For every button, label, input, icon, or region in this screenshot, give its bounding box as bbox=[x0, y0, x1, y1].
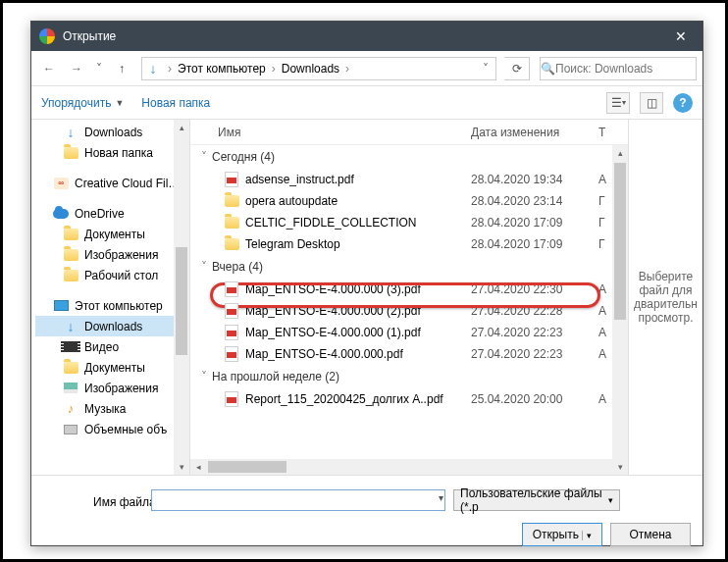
chrome-icon bbox=[39, 28, 55, 44]
column-headers[interactable]: Имя Дата изменения Т bbox=[190, 120, 628, 145]
tree-images[interactable]: Изображения bbox=[35, 378, 189, 398]
pdf-icon bbox=[225, 346, 238, 362]
folder-icon bbox=[63, 227, 78, 242]
breadcrumb-folder[interactable]: Downloads bbox=[280, 62, 341, 76]
close-button[interactable]: ✕ bbox=[658, 22, 702, 51]
downloads-icon: ↓ bbox=[63, 319, 78, 334]
tree-video[interactable]: Видео bbox=[35, 336, 189, 357]
search-input[interactable] bbox=[555, 62, 702, 76]
forward-button[interactable]: → bbox=[65, 57, 88, 80]
up-button[interactable]: ↑ bbox=[110, 57, 133, 80]
tree-scrollbar[interactable]: ▴▾ bbox=[174, 120, 189, 475]
group-header[interactable]: ˅На прошлой неделе (2) bbox=[196, 365, 628, 388]
filelist-v-scrollbar[interactable]: ▴▾ bbox=[612, 145, 628, 475]
file-row[interactable]: opera autoupdate28.04.2020 23:14Г bbox=[196, 190, 628, 212]
tree-music[interactable]: ♪Музыка bbox=[35, 398, 189, 419]
view-details-button[interactable]: ☰▾ bbox=[606, 92, 630, 114]
toolbar: Упорядочить▼ Новая папка ☰▾ ◫ ? bbox=[31, 86, 702, 120]
file-list: Имя Дата изменения Т ˅Сегодня (4)adsense… bbox=[190, 120, 628, 475]
video-icon bbox=[63, 339, 78, 355]
col-date[interactable]: Дата изменения bbox=[471, 126, 598, 139]
search-box[interactable]: 🔍 bbox=[540, 57, 697, 80]
folder-icon bbox=[225, 195, 239, 207]
music-icon: ♪ bbox=[63, 401, 78, 417]
chevron-right-icon: › bbox=[164, 62, 176, 76]
organize-button[interactable]: Упорядочить▼ bbox=[41, 96, 124, 110]
tree-documents[interactable]: Документы bbox=[35, 357, 189, 378]
downloads-icon: ↓ bbox=[63, 125, 78, 140]
breadcrumb-pc[interactable]: Этот компьютер bbox=[176, 62, 268, 76]
file-row[interactable]: Map_ENTSO-E-4.000.000.pdf27.04.2020 22:2… bbox=[196, 343, 628, 365]
tree-new-folder[interactable]: Новая папка bbox=[35, 142, 189, 163]
cancel-button[interactable]: Отмена bbox=[610, 523, 691, 546]
tree-3d-objects[interactable]: Объемные объ bbox=[35, 419, 189, 439]
tree-od-images[interactable]: Изображения bbox=[35, 244, 189, 265]
tree-downloads[interactable]: ↓Downloads bbox=[35, 316, 189, 336]
tree-onedrive[interactable]: OneDrive bbox=[35, 203, 189, 224]
pdf-icon bbox=[225, 172, 238, 187]
group-header[interactable]: ˅Вчера (4) bbox=[196, 255, 628, 279]
help-button[interactable]: ? bbox=[673, 93, 693, 113]
chevron-down-icon: ˅ bbox=[196, 150, 212, 164]
footer: Имя файла: ▾ Пользовательские файлы (*.p… bbox=[31, 475, 702, 558]
pc-icon bbox=[53, 298, 69, 314]
preview-pane: Выберите файл для дварительн просмотр. bbox=[628, 120, 702, 475]
tree-downloads-quick[interactable]: ↓Downloads bbox=[35, 122, 189, 142]
filename-input[interactable] bbox=[151, 489, 445, 511]
chevron-down-icon: ˅ bbox=[196, 260, 212, 274]
chevron-down-icon: ˅ bbox=[196, 370, 212, 383]
disk-icon bbox=[63, 422, 78, 437]
titlebar: Открытие ✕ bbox=[31, 22, 702, 51]
file-row[interactable]: Report_115_20200425_долгих A..pdf25.04.2… bbox=[196, 388, 628, 410]
folder-icon bbox=[63, 145, 78, 161]
refresh-button[interactable]: ⟳ bbox=[504, 57, 530, 80]
navigation-tree: ↓Downloads Новая папка ∞Creative Cloud F… bbox=[31, 120, 190, 475]
images-icon bbox=[63, 381, 78, 396]
file-row[interactable]: Map_ENTSO-E-4.000.000 (3).pdf27.04.2020 … bbox=[196, 279, 628, 300]
open-button[interactable]: Открыть ▾ bbox=[522, 523, 602, 546]
search-icon: 🔍 bbox=[541, 62, 555, 76]
pdf-icon bbox=[225, 325, 238, 340]
filename-label: Имя файла: bbox=[90, 495, 159, 509]
new-folder-button[interactable]: Новая папка bbox=[141, 96, 210, 110]
tree-od-desktop[interactable]: Рабочий стол bbox=[35, 265, 189, 285]
folder-icon bbox=[63, 247, 78, 263]
breadcrumb-dropdown[interactable]: ˅ bbox=[476, 62, 495, 76]
filetype-dropdown[interactable]: Пользовательские файлы (*.p▾ bbox=[453, 489, 620, 511]
cc-icon: ∞ bbox=[53, 176, 69, 191]
tree-od-docs[interactable]: Документы bbox=[35, 224, 189, 244]
onedrive-icon bbox=[53, 206, 69, 222]
filelist-h-scrollbar[interactable]: ◂▸ bbox=[190, 459, 628, 475]
breadcrumb[interactable]: ↓ › Этот компьютер › Downloads › ˅ bbox=[141, 57, 496, 80]
file-row[interactable]: Map_ENTSO-E-4.000.000 (1).pdf27.04.2020 … bbox=[196, 322, 628, 343]
file-row[interactable]: CELTIC_FIDDLE_COLLECTION28.04.2020 17:09… bbox=[196, 212, 628, 233]
open-dialog: Открытие ✕ ← → ˅ ↑ ↓ › Этот компьютер › … bbox=[30, 21, 703, 546]
preview-pane-button[interactable]: ◫ bbox=[640, 92, 663, 114]
documents-icon bbox=[63, 360, 78, 376]
pdf-icon bbox=[225, 281, 238, 297]
downloads-icon: ↓ bbox=[142, 61, 164, 77]
navbar: ← → ˅ ↑ ↓ › Этот компьютер › Downloads ›… bbox=[31, 51, 702, 86]
col-type[interactable]: Т bbox=[598, 126, 628, 139]
folder-icon bbox=[225, 217, 239, 229]
folder-icon bbox=[63, 268, 78, 283]
file-row[interactable]: adsense_instruct.pdf28.04.2020 19:34A bbox=[196, 169, 628, 190]
back-button[interactable]: ← bbox=[37, 57, 61, 80]
tree-this-pc[interactable]: Этот компьютер bbox=[35, 295, 189, 316]
group-header[interactable]: ˅Сегодня (4) bbox=[196, 145, 628, 169]
folder-icon bbox=[225, 238, 239, 250]
tree-creative-cloud[interactable]: ∞Creative Cloud Fil… bbox=[35, 173, 189, 193]
history-dropdown[interactable]: ˅ bbox=[92, 62, 106, 76]
pdf-icon bbox=[225, 303, 238, 319]
col-name[interactable]: Имя bbox=[218, 126, 471, 139]
window-title: Открытие bbox=[63, 29, 658, 43]
pdf-icon bbox=[225, 391, 238, 407]
file-row[interactable]: Telegram Desktop28.04.2020 17:09Г bbox=[196, 233, 628, 255]
chevron-right-icon: › bbox=[341, 62, 353, 76]
file-row[interactable]: Map_ENTSO-E-4.000.000 (2).pdf27.04.2020 … bbox=[196, 300, 628, 322]
chevron-right-icon: › bbox=[268, 62, 280, 76]
